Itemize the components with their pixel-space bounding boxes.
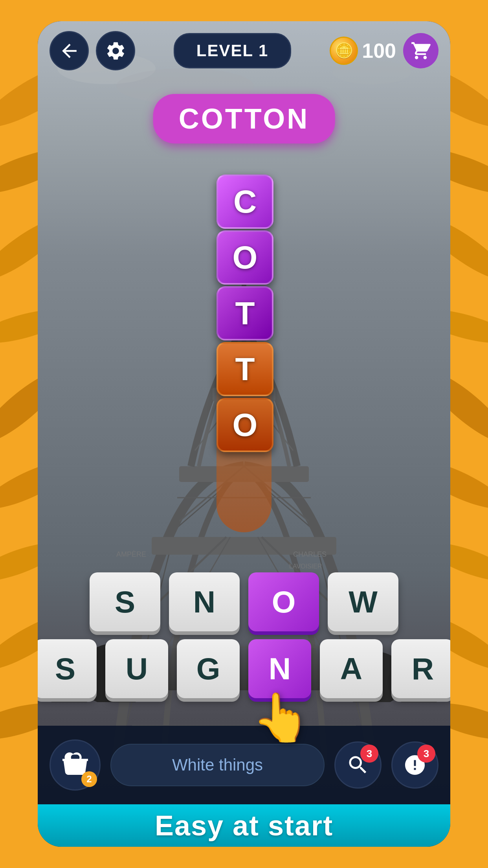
key-S2[interactable]: S bbox=[38, 639, 97, 698]
coin-count: 100 bbox=[362, 39, 396, 63]
vertical-tiles: C O T T O bbox=[216, 175, 273, 452]
key-S[interactable]: S bbox=[90, 572, 160, 631]
coin-icon: 🪙 bbox=[330, 37, 358, 65]
keyboard-row-2: S U G N A R bbox=[38, 639, 450, 698]
keyboard-row-1: S N O W bbox=[90, 572, 398, 631]
finger-hint: 👆 bbox=[252, 690, 311, 745]
promo-bar: Easy at start bbox=[38, 804, 450, 847]
settings-icon bbox=[105, 40, 127, 62]
key-N-highlighted[interactable]: N bbox=[248, 639, 311, 698]
cart-button[interactable] bbox=[403, 33, 438, 68]
category-pill: White things bbox=[110, 744, 325, 786]
svg-text:CHARLES: CHARLES bbox=[293, 550, 327, 558]
word-bubble: COTTON bbox=[153, 94, 335, 143]
key-R[interactable]: R bbox=[391, 639, 450, 698]
header: LEVEL 1 🪙 100 bbox=[38, 21, 450, 80]
settings-button[interactable] bbox=[96, 31, 135, 70]
tile-C: C bbox=[216, 175, 273, 229]
bucket-button[interactable]: 2 bbox=[50, 739, 101, 791]
tile-T1: T bbox=[216, 286, 273, 340]
bucket-count: 2 bbox=[81, 771, 97, 787]
hint-search-button[interactable]: 3 bbox=[334, 741, 382, 789]
key-O-highlighted[interactable]: O bbox=[248, 572, 319, 631]
key-G[interactable]: G bbox=[177, 639, 240, 698]
key-N[interactable]: N bbox=[169, 572, 240, 631]
key-U[interactable]: U bbox=[105, 639, 168, 698]
key-A[interactable]: A bbox=[320, 639, 383, 698]
hint-search-count: 3 bbox=[360, 745, 378, 763]
key-W[interactable]: W bbox=[328, 572, 398, 631]
svg-text:LAVOISIER: LAVOISIER bbox=[289, 563, 322, 570]
tile-O1: O bbox=[216, 230, 273, 285]
svg-text:AMPÈRE: AMPÈRE bbox=[116, 550, 146, 558]
level-badge: LEVEL 1 bbox=[174, 33, 292, 68]
hint-extra-button[interactable]: 3 bbox=[391, 741, 438, 789]
header-left bbox=[50, 31, 135, 70]
hint-extra-count: 3 bbox=[417, 745, 435, 763]
coins-area: 🪙 100 bbox=[330, 33, 438, 68]
bottom-bar: 2 White things 3 bbox=[38, 726, 450, 804]
back-icon bbox=[59, 40, 80, 62]
tile-O2: O bbox=[216, 398, 273, 452]
promo-text: Easy at start bbox=[155, 809, 333, 842]
tile-T2: T bbox=[216, 342, 273, 396]
back-button[interactable] bbox=[50, 31, 89, 70]
cart-icon bbox=[411, 40, 431, 61]
